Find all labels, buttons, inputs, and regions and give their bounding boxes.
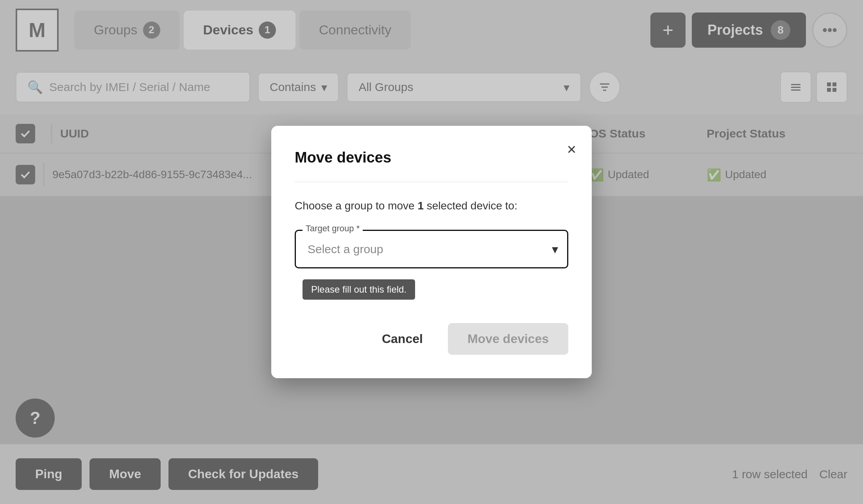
validation-tooltip: Please fill out this field. — [303, 279, 415, 300]
modal-desc-post: selected device to: — [424, 200, 517, 212]
tooltip-container: Please fill out this field. — [295, 276, 568, 300]
modal-overlay: Move devices × Choose a group to move 1 … — [0, 0, 863, 504]
modal-desc-pre: Choose a group to move — [295, 200, 417, 212]
move-devices-confirm-button[interactable]: Move devices — [448, 323, 568, 355]
modal-selected-count: 1 — [417, 200, 424, 212]
target-group-label: Target group * — [303, 223, 363, 234]
modal-title: Move devices — [295, 149, 568, 166]
modal-description: Choose a group to move 1 selected device… — [295, 198, 568, 214]
modal-actions: Cancel Move devices — [295, 323, 568, 355]
modal-close-button[interactable]: × — [567, 141, 576, 157]
modal-divider — [295, 182, 568, 182]
target-group-select[interactable]: Select a group — [295, 230, 568, 268]
move-devices-modal: Move devices × Choose a group to move 1 … — [271, 126, 592, 378]
target-group-container: Target group * Select a group ▾ — [295, 230, 568, 268]
cancel-button[interactable]: Cancel — [366, 323, 439, 355]
